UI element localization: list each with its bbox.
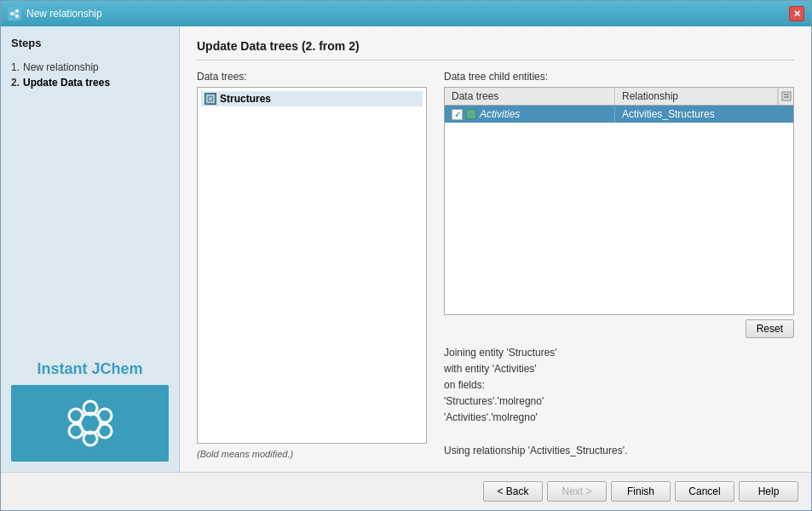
tree-container[interactable]: Structures <box>197 87 427 444</box>
info-text: Joining entity 'Structures' with entity … <box>444 345 794 459</box>
right-top: Data trees Relationship <box>444 87 794 459</box>
tree-item-icon <box>204 93 216 105</box>
steps-list: 1. New relationship 2. Update Data trees <box>11 60 169 90</box>
title-bar: New relationship ✕ <box>1 1 811 26</box>
svg-point-10 <box>69 424 83 438</box>
right-panel: Data tree child entities: Data trees Rel… <box>444 71 794 459</box>
svg-line-3 <box>14 12 15 14</box>
cancel-button[interactable]: Cancel <box>675 481 734 502</box>
back-button[interactable]: < Back <box>483 481 543 502</box>
svg-point-0 <box>10 12 14 15</box>
col-relationship: Relationship <box>615 88 778 105</box>
reset-btn-area: Reset <box>444 319 794 338</box>
steps-label: Steps <box>11 37 169 49</box>
svg-point-1 <box>15 9 19 13</box>
close-button[interactable]: ✕ <box>789 6 804 21</box>
row-checkbox[interactable]: ✓ <box>452 109 463 120</box>
finish-button[interactable]: Finish <box>611 481 671 502</box>
table-header-action[interactable] <box>778 88 793 105</box>
help-button[interactable]: Help <box>739 481 798 502</box>
brand-name: Instant JChem <box>11 360 169 378</box>
step-1-num: 1. <box>11 61 20 73</box>
svg-point-2 <box>15 14 19 18</box>
content-row: Data trees: Structures <box>197 71 794 459</box>
step-1-label: New relationship <box>23 61 99 73</box>
cell-data-tree: ✓ Activities <box>445 106 615 123</box>
footer: < Back Next > Finish Cancel Help <box>1 472 811 510</box>
main-content: Update Data trees (2. from 2) Data trees… <box>180 26 811 472</box>
step-2-num: 2. <box>11 77 20 89</box>
cell-relationship: Activities_Structures <box>615 106 793 123</box>
caption-text: (Bold means modified.) <box>197 449 427 459</box>
dialog-body: Steps 1. New relationship 2. Update Data… <box>1 26 811 472</box>
left-panel: Data trees: Structures <box>197 71 427 459</box>
tree-item-label: Structures <box>220 93 271 105</box>
step-2-label: Update Data trees <box>23 77 110 89</box>
brand-area: Instant JChem <box>11 360 169 462</box>
svg-rect-12 <box>207 95 214 102</box>
svg-point-11 <box>98 424 112 438</box>
next-button[interactable]: Next > <box>547 481 607 502</box>
svg-point-8 <box>69 409 83 422</box>
child-entities-label: Data tree child entities: <box>444 71 794 83</box>
dialog: New relationship ✕ Steps 1. New relation… <box>0 0 812 511</box>
section-title: Update Data trees (2. from 2) <box>197 39 794 60</box>
step-2: 2. Update Data trees <box>11 75 169 90</box>
dialog-icon <box>8 7 21 20</box>
svg-rect-15 <box>782 92 791 100</box>
svg-line-4 <box>14 14 15 16</box>
svg-point-9 <box>98 409 112 422</box>
step-1: 1. New relationship <box>11 60 169 75</box>
tree-item[interactable]: Structures <box>201 91 423 106</box>
table-container[interactable]: Data trees Relationship <box>444 87 794 315</box>
cell-icon <box>466 109 476 119</box>
col-data-trees: Data trees <box>445 88 615 105</box>
sidebar: Steps 1. New relationship 2. Update Data… <box>1 26 180 472</box>
table-row[interactable]: ✓ Activities Activities_Structures <box>445 106 793 123</box>
title-bar-left: New relationship <box>8 7 102 20</box>
reset-button[interactable]: Reset <box>746 319 794 338</box>
brand-logo <box>11 385 169 462</box>
data-trees-label: Data trees: <box>197 71 427 83</box>
cell-activities-label: Activities <box>480 108 520 120</box>
table-header: Data trees Relationship <box>445 88 793 106</box>
dialog-title: New relationship <box>26 8 102 20</box>
